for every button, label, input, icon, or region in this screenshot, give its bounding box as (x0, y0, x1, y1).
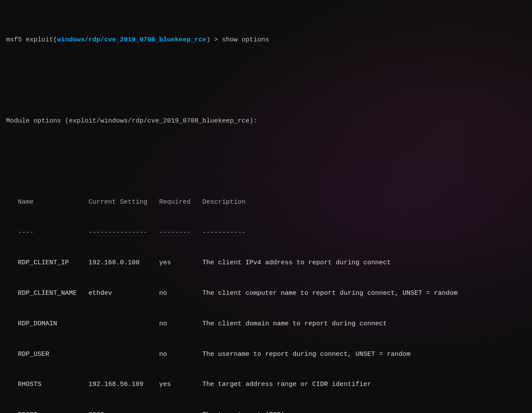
opt-rdp-client-ip: RDP_CLIENT_IP 192.168.0.100 yes The clie… (6, 258, 526, 268)
opt-rdp-client-name: RDP_CLIENT_NAME ethdev no The client com… (6, 288, 526, 298)
blank-1 (6, 75, 526, 85)
terminal-window: msf5 exploit(windows/rdp/cve_2019_0708_b… (0, 0, 532, 413)
msf-prompt: msf5 (6, 36, 26, 44)
exploit-name-1: windows/rdp/cve_2019_0708_bluekeep_rce (57, 36, 206, 44)
col-header-module: Name Current Setting Required Descriptio… (6, 197, 526, 207)
blank-2 (6, 157, 526, 167)
line-prompt1: msf5 exploit(windows/rdp/cve_2019_0708_b… (6, 35, 526, 45)
module-options-header: Module options (exploit/windows/rdp/cve_… (6, 116, 526, 126)
opt-rdp-user: RDP_USER no The username to report durin… (6, 349, 526, 359)
opt-rdp-domain: RDP_DOMAIN no The client domain name to … (6, 319, 526, 329)
col-sep-module: ---- --------------- -------- ----------… (6, 228, 526, 238)
opt-rport: RPORT 3389 yes The target port (TCP) (6, 410, 526, 413)
opt-rhosts: RHOSTS 192.168.56.109 yes The target add… (6, 379, 526, 389)
